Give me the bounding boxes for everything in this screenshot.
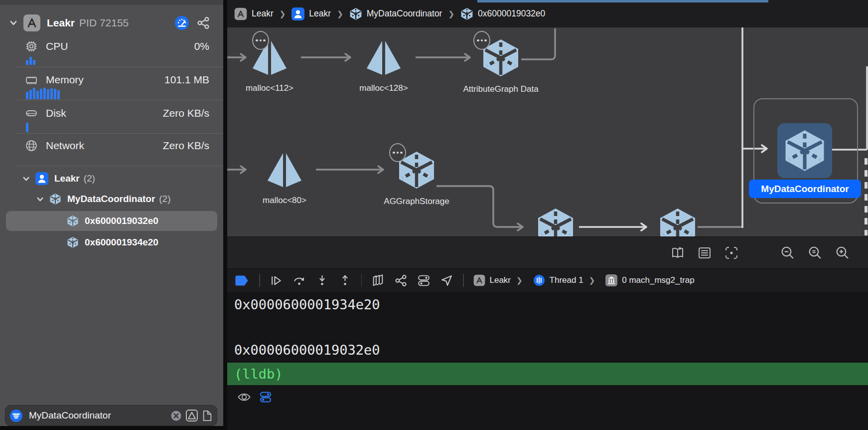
tree-item-count: (2) — [84, 173, 95, 184]
tree-item-label: 0x600001934e20 — [85, 237, 158, 248]
continue-execution-icon[interactable] — [270, 274, 283, 287]
graph-node-mydatacoordinator[interactable] — [777, 123, 832, 178]
graph-node-malloc112[interactable]: malloc<112> — [227, 39, 324, 93]
metric-row-cpu[interactable]: CPU 0% — [0, 38, 223, 55]
ellipsis-badge[interactable] — [389, 143, 406, 162]
graph-node-attributegraph[interactable]: AttributeGraph Data — [446, 38, 556, 94]
navigator-filter-bar — [5, 405, 217, 426]
tree-item-label: Leakr — [54, 173, 80, 184]
breadcrumb-label: 0x6000019032e0 — [478, 8, 545, 19]
memory-graph-canvas[interactable]: malloc<112> malloc<128> AttributeGraph D… — [227, 27, 868, 236]
debug-breadcrumb-label: Leakr — [490, 275, 511, 285]
cpu-sparkline — [26, 57, 35, 65]
document-filter-button[interactable] — [202, 410, 213, 422]
breadcrumb-app[interactable]: Leakr — [234, 7, 274, 20]
debug-breadcrumb-label: Thread 1 — [550, 275, 583, 285]
tree-row-instance[interactable]: 0x600001934e20 — [0, 233, 158, 251]
tree-row-instance-selected[interactable]: 0x6000019032e0 — [0, 212, 158, 230]
graph-node-partial[interactable] — [623, 207, 732, 236]
metric-value: Zero KB/s — [163, 107, 209, 119]
metric-value: 101.1 MB — [164, 74, 209, 86]
console-output-line: 0x00006000019032e0 — [234, 342, 380, 358]
graph-node-malloc80[interactable]: malloc<80> — [230, 151, 339, 206]
breadcrumb-label: MyDataCoordinator — [367, 8, 442, 19]
zoom-actual-size-icon[interactable] — [807, 245, 823, 260]
chevron-down-icon[interactable] — [22, 175, 30, 183]
metric-label: Disk — [46, 107, 66, 119]
step-out-icon[interactable] — [338, 274, 352, 287]
separator — [15, 166, 223, 166]
disk-icon — [25, 107, 38, 120]
chevron-down-icon[interactable] — [9, 18, 18, 27]
metric-row-network[interactable]: Network Zero KB/s — [0, 137, 223, 154]
simulate-location-icon[interactable] — [440, 274, 453, 287]
breadcrumb-process[interactable]: Leakr — [291, 7, 331, 20]
chevron-down-icon[interactable] — [36, 195, 44, 204]
zoom-out-icon[interactable] — [780, 245, 795, 260]
debug-breadcrumb-frame[interactable]: 0 mach_msg2_trap — [605, 274, 695, 286]
debug-breadcrumb-process[interactable]: Leakr ❯ — [473, 274, 524, 286]
debug-navigator-sidebar: Leakr PID 72155 CPU 0% — [0, 0, 223, 430]
memory-sparkline — [26, 88, 60, 99]
sidebar-top-strip — [0, 0, 223, 5]
selected-node-label[interactable]: MyDataCoordinator — [749, 180, 861, 198]
memory-graph-share-icon[interactable] — [394, 274, 408, 287]
breadcrumb-chevron: ❯ — [280, 9, 286, 18]
tree-row-class[interactable]: MyDataCoordinator (2) — [0, 190, 171, 208]
metric-row-disk[interactable]: Disk Zero KB/s — [0, 105, 223, 122]
metric-value: Zero KB/s — [163, 140, 209, 152]
pyramid-icon — [266, 151, 303, 189]
memory-table-icon[interactable] — [697, 245, 712, 260]
metric-label: Memory — [46, 74, 84, 86]
book-navigator-icon[interactable] — [670, 245, 685, 260]
cube-icon — [67, 236, 79, 248]
separator — [15, 100, 223, 100]
leaks-filter-button[interactable] — [185, 409, 198, 422]
lldb-prompt-row[interactable]: (lldb) — [227, 363, 868, 385]
cube-icon — [658, 207, 698, 236]
focus-selected-icon[interactable] — [724, 245, 739, 260]
step-into-icon[interactable] — [315, 274, 329, 287]
graph-node-aggraphstorage[interactable]: AGGraphStorage — [362, 150, 471, 207]
ellipsis-badge[interactable] — [473, 31, 490, 50]
breadcrumb-label: Leakr — [309, 8, 331, 19]
breadcrumb-chevron: ❯ — [337, 9, 343, 18]
tree-item-count: (2) — [159, 194, 170, 205]
separator — [15, 133, 223, 134]
window-bottom-edge — [0, 426, 223, 430]
filter-icon[interactable] — [9, 409, 23, 423]
graph-node-malloc128[interactable]: malloc<128> — [329, 39, 438, 93]
person-icon — [35, 172, 48, 185]
clear-filter-icon[interactable] — [170, 410, 182, 422]
gauge-icon[interactable] — [174, 15, 189, 30]
breakpoints-toggle-icon[interactable] — [235, 274, 250, 287]
metric-label: Network — [46, 140, 84, 152]
view-hierarchy-icon[interactable] — [371, 274, 385, 287]
environment-overrides-icon[interactable] — [417, 274, 431, 287]
scroll-indicator-bar[interactable] — [477, 0, 768, 2]
lldb-prompt: (lldb) — [234, 366, 283, 382]
filter-input[interactable] — [28, 410, 170, 422]
breadcrumb-instance[interactable]: 0x6000019032e0 — [460, 7, 545, 20]
cube-icon — [67, 215, 79, 227]
graph-node-partial[interactable] — [501, 207, 610, 236]
process-header-row[interactable]: Leakr PID 72155 — [0, 13, 223, 33]
debug-breadcrumb-label: 0 mach_msg2_trap — [622, 275, 695, 285]
debug-breadcrumb-thread[interactable]: Thread 1 ❯ — [533, 274, 596, 286]
breadcrumb-chevron: ❯ — [589, 276, 595, 285]
process-name: Leakr — [47, 17, 75, 29]
memory-graph-share-icon[interactable] — [196, 16, 210, 30]
process-pid: PID 72155 — [79, 17, 129, 29]
zoom-in-icon[interactable] — [835, 245, 850, 260]
metric-row-memory[interactable]: Memory 101.1 MB — [0, 71, 223, 88]
debug-console[interactable]: 0x0000600001934e20 0x00006000019032e0 (l… — [227, 292, 868, 430]
step-over-icon[interactable] — [292, 274, 306, 287]
metric-label: CPU — [46, 40, 68, 52]
pane-divider[interactable] — [223, 0, 227, 430]
tree-row-process[interactable]: Leakr (2) — [0, 170, 95, 188]
eye-icon[interactable] — [237, 390, 251, 404]
ellipsis-badge[interactable] — [252, 31, 269, 50]
output-toggles-icon[interactable] — [259, 391, 272, 404]
pyramid-icon — [365, 39, 403, 77]
breadcrumb-class[interactable]: MyDataCoordinator — [349, 7, 442, 20]
